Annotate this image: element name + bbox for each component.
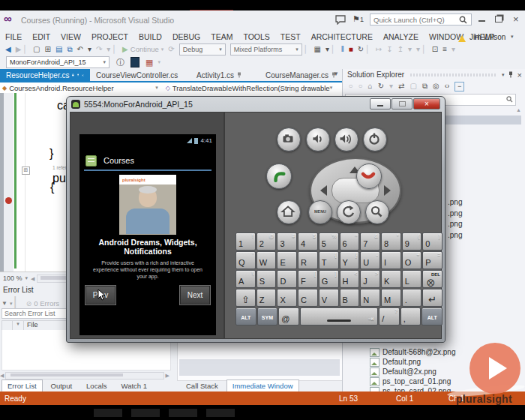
key[interactable]: @ <box>278 308 299 326</box>
minimize-button[interactable] <box>478 20 485 22</box>
toolbar-icon[interactable]: ▏ <box>112 44 120 56</box>
se-toolbar-icon[interactable]: ↻ <box>375 80 386 92</box>
end-call-button[interactable] <box>356 164 382 189</box>
toolbar-icon[interactable]: ■ <box>346 44 356 56</box>
device-combo[interactable]: MonoForAndroid_API_15▾ <box>6 56 110 68</box>
se-toolbar-icon[interactable]: ⌂ <box>365 80 375 92</box>
key[interactable]: 3# <box>277 232 297 250</box>
pin-icon[interactable] <box>508 71 513 78</box>
se-toolbar-icon[interactable]: ▢ <box>407 80 419 92</box>
hscroll-left-arrow[interactable]: ◀ <box>31 275 34 282</box>
dpad-right[interactable] <box>384 185 391 196</box>
key[interactable]: C <box>298 289 318 307</box>
camera-button[interactable] <box>277 128 301 152</box>
se-toolbar-icon[interactable]: ○ <box>356 80 365 92</box>
key[interactable]: T{ <box>319 251 339 269</box>
key[interactable]: E <box>277 251 297 269</box>
quick-launch-input[interactable] <box>370 14 472 26</box>
file-fragment[interactable]: .png <box>448 209 462 220</box>
key[interactable]: Z <box>256 289 277 307</box>
key[interactable]: ALT <box>422 308 442 326</box>
se-toolbar-icon[interactable]: ○ <box>346 80 356 92</box>
toolbar-icon[interactable]: ↷ <box>94 44 104 56</box>
key[interactable]: L <box>402 270 422 288</box>
key[interactable]: S <box>256 270 277 288</box>
key[interactable]: 7& <box>360 232 380 250</box>
key[interactable]: R <box>298 251 318 269</box>
se-toolbar-icon[interactable]: ‹› <box>442 80 452 92</box>
key[interactable]: J> <box>360 270 380 288</box>
toolbar-icon[interactable]: ↥ <box>395 44 406 56</box>
solution-explorer-header[interactable]: Solution Explorer ▾ × <box>343 69 525 80</box>
tab-call-stack[interactable]: Call Stack <box>180 380 224 392</box>
volume-down-button[interactable] <box>306 128 330 152</box>
platform-combo[interactable]: Mixed Platforms▾ <box>230 44 302 56</box>
tab-overflow-icon[interactable]: ▼ <box>333 70 339 77</box>
vscroll-up-arrow[interactable]: ▲ <box>516 106 521 113</box>
home-button[interactable] <box>277 200 301 224</box>
key[interactable]: 1! <box>236 232 256 250</box>
member-dropdown[interactable]: TranslateDrawableWithReflection(String d… <box>172 84 330 92</box>
key[interactable]: DEL <box>422 270 442 288</box>
tab-resourcehelper[interactable]: ResourceHelper.cs <box>0 69 90 81</box>
toolbar-icon[interactable]: ▏ <box>366 44 374 56</box>
toolbar-icon[interactable]: ▏ <box>422 44 430 56</box>
file-fragment[interactable]: .png <box>448 231 462 242</box>
toolbar-icon[interactable]: ▾ <box>449 44 458 56</box>
pin-icon[interactable] <box>77 72 79 78</box>
key[interactable]: ↵ <box>422 289 442 307</box>
menu-item[interactable]: EDIT <box>27 31 56 43</box>
type-caret-icon[interactable]: ▾ <box>155 85 158 91</box>
search-icon[interactable] <box>459 16 467 24</box>
key[interactable]: M <box>381 289 401 307</box>
breakpoint-margin[interactable] <box>4 93 14 272</box>
menu-item[interactable]: PROJECT <box>86 31 134 43</box>
menu-item[interactable]: TOOLS <box>238 31 274 43</box>
key[interactable]: 2@ <box>256 232 277 250</box>
filter-icon[interactable]: ▼ <box>2 300 8 307</box>
hscroll-right-arrow[interactable]: ▶ <box>166 372 170 379</box>
toolbar-icon[interactable]: ▾ <box>406 44 414 56</box>
emulator-titlebar[interactable]: 5554:MonoForAndroid_API_15 × <box>67 97 445 111</box>
user-menu[interactable]: Jim Wilson <box>470 33 506 41</box>
phone-screen[interactable]: 4:41 Courses pluralsight <box>80 134 216 335</box>
se-toolbar-icon[interactable]: ⇄ <box>396 80 407 92</box>
key[interactable]: SYM <box>257 308 278 326</box>
toolbar-icon[interactable]: ↦ <box>374 44 384 56</box>
toolbar-icon[interactable]: ▾ <box>323 44 332 56</box>
key[interactable]: 6^ <box>340 232 360 250</box>
toolbar-icon[interactable]: ≡ <box>440 44 449 56</box>
key[interactable]: H< <box>340 270 360 288</box>
immediate-window-content[interactable] <box>179 359 340 376</box>
file-fragment[interactable]: .png <box>448 198 462 209</box>
menu-button[interactable]: MENU <box>308 200 332 224</box>
member-caret-icon[interactable]: ▾ <box>330 85 333 91</box>
tab-courseviewcontroller[interactable]: CourseViewController.cs <box>90 69 186 81</box>
next-button[interactable]: Next <box>180 286 210 304</box>
menu-item[interactable]: VIEW <box>56 31 86 43</box>
volume-up-button[interactable] <box>334 128 358 152</box>
key[interactable]: V <box>319 289 339 307</box>
vs-titlebar[interactable]: ∞ Courses (Running) - Microsoft Visual S… <box>0 10 525 30</box>
key[interactable]: W <box>256 251 277 269</box>
se-toolbar-icon[interactable]: ⧉ <box>419 80 430 92</box>
feedback-icon[interactable] <box>335 15 346 25</box>
sync-icon[interactable]: ⟳ <box>166 44 176 56</box>
key[interactable]: 9( <box>402 232 422 250</box>
toolbar-icon[interactable]: ↻ <box>356 44 366 56</box>
breakpoint-marker[interactable] <box>5 197 12 204</box>
close-panel-icon[interactable]: × <box>518 70 522 80</box>
call-button[interactable] <box>266 164 292 189</box>
power-button[interactable] <box>363 128 387 152</box>
key[interactable]: K <box>381 270 401 288</box>
toolbar-icon[interactable]: ◀ <box>3 44 14 56</box>
key[interactable]: Y} <box>340 251 360 269</box>
scroll-thumb[interactable] <box>10 374 123 376</box>
key[interactable]: /? <box>379 308 400 326</box>
continue-caret-icon[interactable]: ▾ <box>159 44 166 56</box>
key[interactable]: ALT <box>236 308 256 326</box>
overflow-caret-icon[interactable]: ▾ <box>155 56 163 68</box>
back-button[interactable] <box>337 200 361 224</box>
panel-menu-caret-icon[interactable]: ▾ <box>502 72 505 78</box>
error-list-hscroll[interactable]: ◀ ▶ <box>0 372 170 379</box>
